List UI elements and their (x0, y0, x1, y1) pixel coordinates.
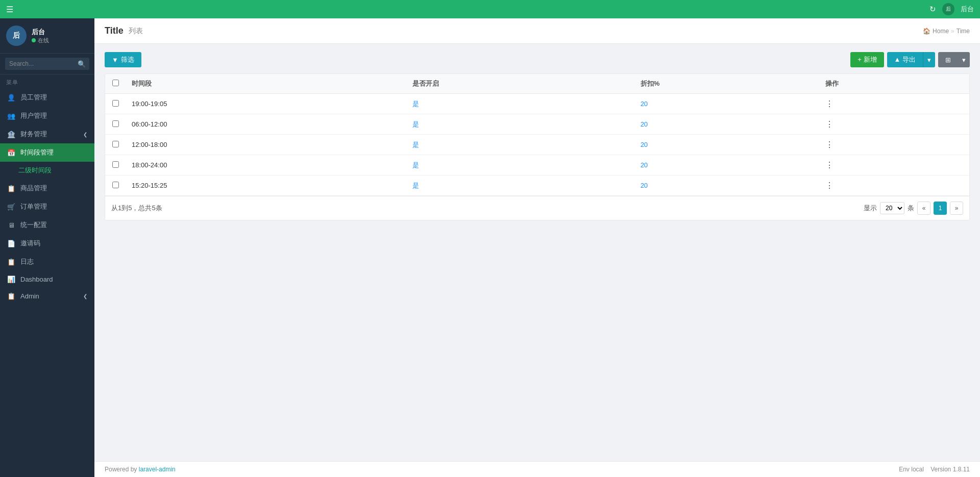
sidebar-sub-item-timeslot[interactable]: 二级时间段 (0, 162, 94, 179)
sidebar-item-order[interactable]: 🛒 订单管理 (0, 197, 94, 216)
sidebar-item-log[interactable]: 📋 日志 (0, 253, 94, 271)
enabled-link[interactable]: 是 (412, 120, 419, 128)
profile-info: 后台 在线 (32, 28, 49, 44)
toolbar-right: + 新增 ▲ 导出 ▾ ⊞ ▾ (850, 52, 970, 67)
prev-page-button[interactable]: « (917, 202, 930, 215)
employee-icon: 👤 (7, 94, 15, 102)
row-checkbox[interactable] (112, 182, 119, 188)
page-title-area: Title 列表 (105, 26, 143, 36)
row-discount: 20 (634, 155, 819, 175)
action-menu-button[interactable]: ⋮ (825, 161, 834, 169)
laravel-admin-link[interactable]: laravel-admin (139, 466, 176, 473)
next-page-button[interactable]: » (950, 202, 963, 215)
enabled-link[interactable]: 是 (412, 161, 419, 169)
sidebar-sub-item-label: 二级时间段 (18, 166, 52, 175)
hamburger-icon[interactable]: ☰ (6, 5, 13, 14)
sidebar-item-finance[interactable]: 🏦 财务管理 ❮ (0, 125, 94, 143)
per-page-unit: 条 (908, 204, 914, 213)
discount-link[interactable]: 20 (641, 182, 648, 189)
table-row: 15:20-15:25 是 20 ⋮ (105, 175, 969, 196)
row-enabled: 是 (406, 175, 634, 196)
enabled-link[interactable]: 是 (412, 141, 419, 148)
breadcrumb-home: Home (933, 28, 949, 35)
sidebar-search: 🔍 (0, 54, 94, 74)
sidebar-item-dashboard[interactable]: 📊 Dashboard (0, 271, 94, 288)
row-discount: 20 (634, 135, 819, 155)
row-enabled: 是 (406, 94, 634, 114)
admin-icon: 📋 (7, 292, 15, 300)
page-header: Title 列表 🏠 Home » Time (94, 18, 980, 44)
row-checkbox[interactable] (112, 161, 119, 168)
navbar-right: ↻ 后 后台 (929, 3, 974, 15)
action-menu-button[interactable]: ⋮ (825, 120, 834, 129)
show-label: 显示 (864, 204, 877, 213)
sidebar-item-admin[interactable]: 📋 Admin ❮ (0, 288, 94, 305)
timeslot-icon: 📅 (7, 149, 15, 157)
row-action: ⋮ (819, 135, 969, 155)
row-checkbox[interactable] (112, 141, 119, 147)
action-menu-button[interactable]: ⋮ (825, 140, 834, 149)
filter-button[interactable]: ▼ 筛选 (105, 52, 141, 67)
action-menu-button[interactable]: ⋮ (825, 99, 834, 108)
sidebar-item-label: 员工管理 (20, 93, 47, 102)
row-action: ⋮ (819, 94, 969, 114)
sidebar-avatar: 后 (6, 26, 27, 46)
row-enabled: 是 (406, 135, 634, 155)
row-checkbox-cell (105, 155, 126, 175)
row-checkbox[interactable] (112, 120, 119, 127)
search-input[interactable] (5, 58, 89, 70)
sidebar-item-label: 订单管理 (20, 202, 47, 211)
toolbar: ▼ 筛选 + 新增 ▲ 导出 ▾ ⊞ ▾ (105, 52, 970, 67)
table-row: 18:00-24:00 是 20 ⋮ (105, 155, 969, 175)
columns-button[interactable]: ⊞ (938, 52, 958, 67)
columns-dropdown-button[interactable]: ▾ (958, 52, 970, 67)
finance-chevron: ❮ (83, 132, 87, 137)
refresh-icon[interactable]: ↻ (929, 5, 936, 14)
sidebar-item-employee[interactable]: 👤 员工管理 (0, 88, 94, 107)
navbar-username: 后台 (961, 5, 974, 14)
row-discount: 20 (634, 114, 819, 135)
row-timeslot: 18:00-24:00 (126, 155, 406, 175)
sidebar-item-invite[interactable]: 📄 邀请码 (0, 234, 94, 253)
page-footer: Powered by laravel-admin Env local Versi… (94, 461, 980, 477)
row-enabled: 是 (406, 114, 634, 135)
discount-link[interactable]: 20 (641, 120, 648, 128)
table: 时间段 是否开启 折扣% 操作 19:00-19:05 是 20 ⋮ (105, 74, 969, 196)
per-page-select[interactable]: 10 20 50 (880, 202, 904, 214)
home-icon: 🏠 (923, 28, 930, 35)
search-wrap: 🔍 (5, 58, 89, 70)
row-discount: 20 (634, 175, 819, 196)
row-action: ⋮ (819, 114, 969, 135)
row-discount: 20 (634, 94, 819, 114)
table-footer: 从1到5，总共5条 显示 10 20 50 条 « 1 » (105, 196, 969, 220)
row-checkbox-cell (105, 94, 126, 114)
row-checkbox[interactable] (112, 100, 119, 107)
page-subtitle: 列表 (129, 27, 143, 36)
export-dropdown-button[interactable]: ▾ (923, 52, 935, 67)
sidebar-item-user[interactable]: 👥 用户管理 (0, 107, 94, 125)
export-button[interactable]: ▲ 导出 (887, 52, 923, 67)
navbar-left: ☰ (6, 5, 13, 14)
pagination-summary: 从1到5，总共5条 (111, 204, 162, 213)
current-page-button[interactable]: 1 (934, 202, 947, 215)
th-discount: 折扣% (634, 74, 819, 94)
enabled-link[interactable]: 是 (412, 100, 419, 108)
columns-button-group: ⊞ ▾ (938, 52, 970, 67)
discount-link[interactable]: 20 (641, 100, 648, 108)
enabled-link[interactable]: 是 (412, 182, 419, 189)
sidebar-item-config[interactable]: 🖥 统一配置 (0, 216, 94, 234)
sidebar-item-label: Admin (20, 292, 39, 300)
sidebar-item-label: 财务管理 (20, 130, 47, 139)
sidebar-item-timeslot[interactable]: 📅 时间段管理 (0, 143, 94, 162)
discount-link[interactable]: 20 (641, 141, 648, 148)
select-all-checkbox[interactable] (112, 80, 119, 86)
add-button[interactable]: + 新增 (850, 52, 884, 67)
discount-link[interactable]: 20 (641, 161, 648, 169)
sidebar-item-goods[interactable]: 📋 商品管理 (0, 179, 94, 197)
sidebar-item-label: 商品管理 (20, 184, 47, 193)
powered-by-text: Powered by (105, 466, 137, 473)
profile-name: 后台 (32, 28, 49, 37)
action-menu-button[interactable]: ⋮ (825, 181, 834, 190)
table-header-row: 时间段 是否开启 折扣% 操作 (105, 74, 969, 94)
breadcrumb-separator: » (951, 28, 954, 35)
